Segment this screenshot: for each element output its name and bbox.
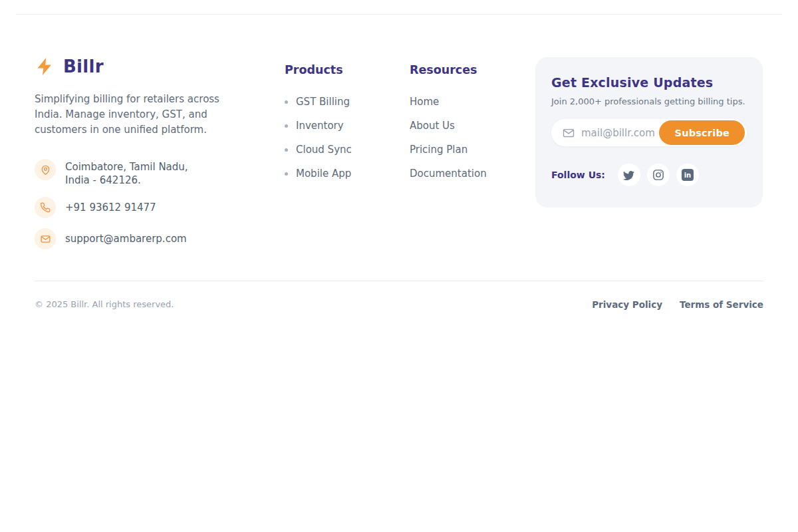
footer-link-documentation[interactable]: Documentation [410, 168, 487, 179]
footer-link-about-us[interactable]: About Us [410, 120, 487, 131]
footer-link-cloud-sync[interactable]: Cloud Sync [285, 144, 352, 155]
follow-us-label: Follow Us: [551, 170, 605, 180]
privacy-policy-link[interactable]: Privacy Policy [592, 299, 662, 310]
address-line-2: India - 642126. [65, 174, 188, 187]
newsletter-subtitle: Join 2,000+ professionals getting billin… [551, 96, 747, 106]
contact-address: Coimbatore, Tamil Nadu, India - 642126. [35, 159, 254, 187]
footer-link-mobile-app[interactable]: Mobile App [285, 168, 352, 179]
link-label: GST Billing [296, 96, 350, 108]
resources-link-list: Home About Us Pricing Plan Documentation [410, 96, 487, 179]
footer-link-pricing-plan[interactable]: Pricing Plan [410, 144, 487, 155]
terms-of-service-link[interactable]: Terms of Service [680, 299, 763, 310]
mail-icon [35, 228, 56, 249]
email-input-mail-icon [562, 126, 575, 140]
link-label: About Us [410, 120, 455, 132]
follow-row: Follow Us: in [551, 164, 747, 186]
twitter-button[interactable] [618, 164, 640, 186]
footer-link-gst-billing[interactable]: GST Billing [285, 96, 352, 107]
phone-text: +91 93612 91477 [65, 201, 156, 214]
bottom-links: Privacy Policy Terms of Service [592, 299, 763, 310]
linkedin-button[interactable]: in [676, 164, 699, 186]
twitter-icon [623, 170, 634, 181]
resources-column-title: Resources [410, 63, 487, 76]
bullet-dot [285, 124, 288, 128]
social-icons-group: in [618, 164, 699, 186]
contact-list: Coimbatore, Tamil Nadu, India - 642126. … [35, 159, 254, 249]
copyright-text: © 2025 Billr. All rights reserved. [35, 299, 174, 309]
phone-icon [35, 197, 56, 218]
top-divider [16, 14, 782, 15]
link-label: Cloud Sync [296, 144, 352, 156]
subscribe-button[interactable]: Subscribe [659, 120, 745, 145]
linkedin-icon: in [682, 169, 694, 181]
newsletter-card: Get Exclusive Updates Join 2,000+ profes… [535, 57, 763, 207]
contact-phone[interactable]: +91 93612 91477 [35, 197, 254, 218]
link-label: Documentation [410, 168, 487, 180]
footer-column-resources: Resources Home About Us Pricing Plan Doc… [410, 63, 487, 192]
footer-column-products: Products GST Billing Inventory Cloud Syn… [285, 63, 352, 192]
brand-tagline: Simplifying billing for retailers across… [35, 92, 246, 138]
brand-logo[interactable]: Billr [35, 56, 254, 77]
address-line-1: Coimbatore, Tamil Nadu, [65, 160, 188, 174]
location-pin-icon [35, 159, 56, 180]
subscribe-form: Subscribe [551, 119, 747, 146]
link-label: Inventory [296, 120, 344, 132]
bottom-divider [35, 281, 763, 281]
newsletter-title: Get Exclusive Updates [551, 75, 747, 90]
products-link-list: GST Billing Inventory Cloud Sync Mobile … [285, 96, 352, 179]
link-label: Mobile App [296, 168, 351, 180]
email-text: support@ambarerp.com [65, 232, 187, 245]
instagram-button[interactable] [647, 164, 670, 186]
link-label: Pricing Plan [410, 144, 467, 156]
address-text: Coimbatore, Tamil Nadu, India - 642126. [65, 159, 188, 187]
bullet-dot [285, 100, 288, 104]
footer-link-home[interactable]: Home [410, 96, 487, 107]
lightning-bolt-icon [35, 56, 56, 77]
bullet-dot [285, 148, 288, 152]
brand-column: Billr Simplifying billing for retailers … [35, 56, 254, 259]
products-column-title: Products [285, 63, 352, 76]
footer-page: Billr Simplifying billing for retailers … [0, 0, 798, 532]
link-label: Home [410, 96, 439, 108]
footer-link-inventory[interactable]: Inventory [285, 120, 352, 131]
brand-name: Billr [63, 57, 104, 76]
contact-email[interactable]: support@ambarerp.com [35, 228, 254, 249]
bullet-dot [285, 172, 288, 176]
instagram-icon [652, 169, 664, 181]
